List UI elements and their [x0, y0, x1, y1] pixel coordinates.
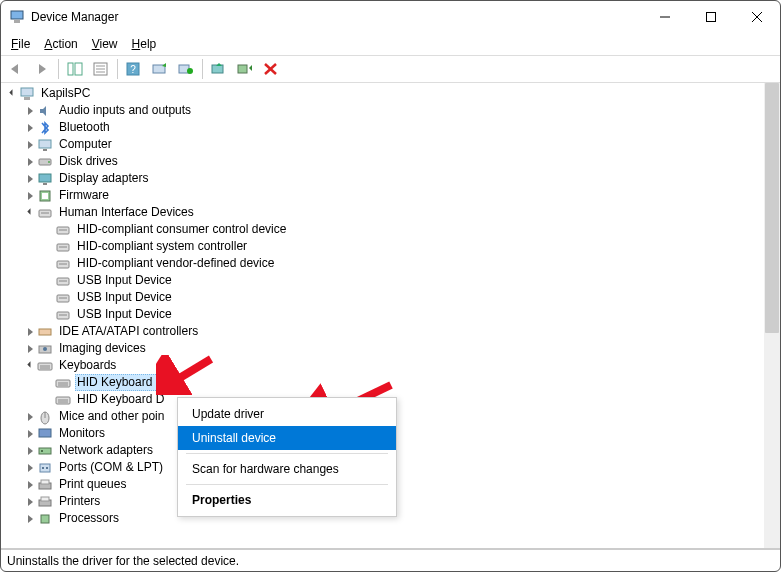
svg-rect-68 [41, 497, 49, 501]
category-icon [37, 477, 53, 493]
uninstall-button[interactable] [233, 57, 257, 81]
chevron-icon[interactable] [23, 124, 37, 132]
chevron-icon[interactable] [23, 515, 37, 523]
computer-icon [19, 86, 35, 102]
minimize-button[interactable] [642, 1, 688, 33]
chevron-icon[interactable] [23, 447, 37, 455]
svg-rect-23 [39, 140, 51, 148]
tree-category-label: Audio inputs and outputs [57, 102, 193, 119]
device-icon [55, 392, 71, 408]
tree-category[interactable]: Bluetooth [1, 119, 764, 136]
toolbar-separator [117, 59, 118, 79]
tree-category-label: Disk drives [57, 153, 120, 170]
tree-category[interactable]: Display adapters [1, 170, 764, 187]
svg-point-63 [42, 467, 44, 469]
close-button[interactable] [734, 1, 780, 33]
menu-help[interactable]: Help [126, 35, 163, 53]
device-icon [55, 273, 71, 289]
properties-button[interactable] [89, 57, 113, 81]
tree-device-label: HID-compliant vendor-defined device [75, 255, 276, 272]
chevron-icon[interactable] [23, 464, 37, 472]
context-update-driver[interactable]: Update driver [178, 402, 396, 426]
svg-rect-3 [707, 13, 716, 22]
svg-point-16 [187, 68, 193, 74]
svg-rect-28 [43, 183, 47, 185]
tree-category[interactable]: Keyboards [1, 357, 764, 374]
tree-category-label: Firmware [57, 187, 111, 204]
tree-category[interactable]: Human Interface Devices [1, 204, 764, 221]
toolbar-separator [202, 59, 203, 79]
tree-device[interactable]: HID-compliant vendor-defined device [1, 255, 764, 272]
scrollbar-thumb[interactable] [765, 83, 779, 333]
tree-category[interactable]: IDE ATA/ATAPI controllers [1, 323, 764, 340]
back-button[interactable] [4, 57, 28, 81]
svg-text:?: ? [130, 64, 136, 75]
category-icon [37, 341, 53, 357]
chevron-icon[interactable] [23, 364, 37, 367]
tree-device[interactable]: USB Input Device [1, 306, 764, 323]
context-scan-hardware[interactable]: Scan for hardware changes [178, 457, 396, 481]
svg-point-47 [43, 347, 47, 351]
tree-category[interactable]: Imaging devices [1, 340, 764, 357]
tree-category[interactable]: Audio inputs and outputs [1, 102, 764, 119]
context-properties[interactable]: Properties [178, 488, 396, 512]
svg-rect-60 [39, 448, 51, 454]
disable-button[interactable] [259, 57, 283, 81]
context-uninstall-device[interactable]: Uninstall device [178, 426, 396, 450]
tree-category-label: Processors [57, 510, 121, 527]
svg-rect-30 [42, 193, 48, 199]
add-legacy-button[interactable] [174, 57, 198, 81]
chevron-icon[interactable] [23, 498, 37, 506]
chevron-icon[interactable] [23, 158, 37, 166]
tree-category[interactable]: Firmware [1, 187, 764, 204]
tree-device[interactable]: HID-compliant system controller [1, 238, 764, 255]
chevron-icon[interactable] [23, 211, 37, 214]
svg-point-61 [41, 450, 43, 452]
vertical-scrollbar[interactable] [764, 83, 780, 548]
tree-category[interactable]: Computer [1, 136, 764, 153]
title-bar: Device Manager [1, 1, 780, 33]
svg-rect-69 [41, 515, 49, 523]
tree-root[interactable]: KapilsPC [1, 85, 764, 102]
svg-rect-18 [238, 65, 247, 73]
update-driver-button[interactable] [207, 57, 231, 81]
chevron-icon[interactable] [23, 345, 37, 353]
category-icon [37, 443, 53, 459]
tree-category-label: Bluetooth [57, 119, 112, 136]
category-icon [37, 154, 53, 170]
chevron-icon[interactable] [23, 175, 37, 183]
device-icon [55, 256, 71, 272]
tree-device[interactable]: HID-compliant consumer control device [1, 221, 764, 238]
chevron-icon[interactable] [23, 192, 37, 200]
chevron-icon[interactable] [23, 413, 37, 421]
help-button[interactable]: ? [122, 57, 146, 81]
menu-action[interactable]: Action [38, 35, 83, 53]
forward-button[interactable] [30, 57, 54, 81]
chevron-icon[interactable] [23, 141, 37, 149]
tree-device[interactable]: HID Keyboard D... [1, 374, 764, 391]
tree-category-label: Display adapters [57, 170, 150, 187]
svg-rect-59 [39, 429, 51, 437]
tree-device-label: USB Input Device [75, 272, 174, 289]
category-icon [37, 137, 53, 153]
chevron-icon[interactable] [23, 430, 37, 438]
category-icon [37, 494, 53, 510]
menu-file[interactable]: File [5, 35, 36, 53]
category-icon [37, 188, 53, 204]
tree-category-label: Network adapters [57, 442, 155, 459]
scan-button[interactable] [148, 57, 172, 81]
show-hide-tree-button[interactable] [63, 57, 87, 81]
tree-category[interactable]: Disk drives [1, 153, 764, 170]
chevron-icon[interactable] [23, 328, 37, 336]
chevron-icon[interactable] [23, 481, 37, 489]
tree-device[interactable]: USB Input Device [1, 289, 764, 306]
category-icon [37, 460, 53, 476]
chevron-down-icon[interactable] [5, 92, 19, 95]
menu-view[interactable]: View [86, 35, 124, 53]
tree-device[interactable]: USB Input Device [1, 272, 764, 289]
svg-rect-66 [41, 480, 49, 484]
device-icon [55, 290, 71, 306]
category-icon [37, 103, 53, 119]
chevron-icon[interactable] [23, 107, 37, 115]
maximize-button[interactable] [688, 1, 734, 33]
